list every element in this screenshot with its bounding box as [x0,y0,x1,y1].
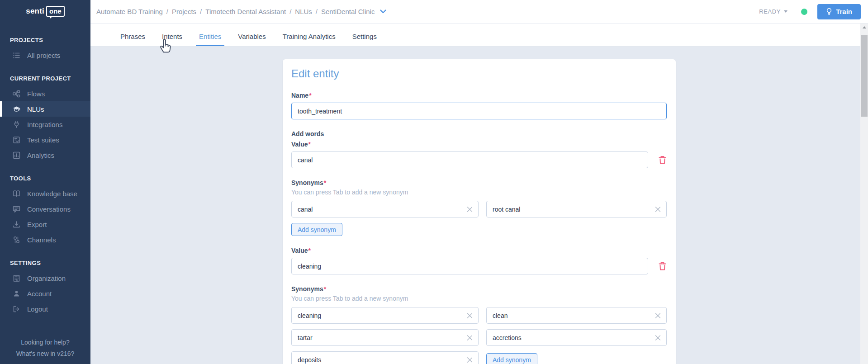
main-area: Automate BD Training/Projects/Timoteeth … [90,0,868,364]
sidebar-item-flows[interactable]: Flows [0,86,90,101]
logout-icon [12,305,21,313]
train-button[interactable]: Train [817,4,861,19]
add-synonym-button[interactable]: Add synonym [291,223,342,236]
person-icon [12,290,21,298]
value-row [291,258,667,274]
delete-value-button[interactable] [658,155,667,165]
sidebar-item-knowledge-base[interactable]: Knowledge base [0,186,90,201]
sidebar-section-header: PROJECTS [0,37,90,43]
sidebar-item-export[interactable]: Export [0,217,90,232]
topbar-right: READY Train [759,4,861,19]
tab-intents[interactable]: Intents [161,33,183,46]
remove-synonym-button[interactable] [654,205,662,213]
list-icon [12,52,21,59]
sidebar-item-conversations[interactable]: Conversations [0,201,90,217]
remove-synonym-button[interactable] [466,356,474,364]
tab-entities[interactable]: Entities [198,33,222,46]
sidebar-item-analytics[interactable]: Analytics [0,147,90,163]
test-suites-icon [12,136,21,144]
sidebar-item-label: Conversations [27,205,71,213]
status-dot [801,9,807,15]
tab-training-analytics[interactable]: Training Analytics [282,33,337,46]
delete-value-button[interactable] [658,261,667,271]
scroll-up-button[interactable] [860,24,868,31]
sidebar-item-all-projects[interactable]: All projects [0,47,90,63]
synonym-input[interactable] [291,351,479,364]
breadcrumb-item[interactable]: NLUs [295,8,312,15]
close-icon [655,312,661,318]
download-icon [12,221,21,228]
sidebar-item-label: NLUs [27,105,44,113]
close-icon [467,335,473,340]
vertical-scrollbar[interactable] [860,24,868,364]
value-input[interactable] [291,258,648,274]
sidebar-section-header: CURRENT PROJECT [0,75,90,82]
flows-icon [12,90,21,98]
app-window: senti one PROJECTS All projects CURRENT … [0,0,868,364]
add-words-label: Add words [291,130,667,137]
caret-down-icon [784,10,787,13]
tab-settings[interactable]: Settings [351,33,378,46]
analytics-icon [12,151,21,159]
sidebar-item-organization[interactable]: Organization [0,270,90,286]
nlu-status-dropdown[interactable]: READY [759,8,787,15]
sidebar-item-label: Organization [27,274,66,282]
synonym-field [486,307,667,324]
remove-synonym-button[interactable] [466,334,474,341]
sidebar-section-projects: PROJECTS All projects [0,37,90,63]
synonyms-label: Synonyms* [291,179,667,186]
synonym-input[interactable] [291,201,479,217]
entity-value-entry: Value* Synonyms* You can press Tab to ad… [291,247,667,364]
synonyms-grid: Add synonym [291,201,667,236]
sidebar-item-nlus[interactable]: NLUs [0,101,90,117]
chevron-down-icon[interactable] [380,9,386,14]
synonym-input[interactable] [486,307,667,324]
chat-icon [12,205,21,213]
top-bar: Automate BD Training/Projects/Timoteeth … [90,0,868,24]
channels-icon [12,236,21,244]
tab-phrases[interactable]: Phrases [119,33,146,46]
help-link[interactable]: Looking for help? [0,337,90,348]
sidebar-item-test-suites[interactable]: Test suites [0,132,90,147]
synonym-input[interactable] [486,201,667,217]
breadcrumb-item[interactable]: Projects [172,8,196,15]
synonyms-label: Synonyms* [291,285,667,293]
synonym-field [291,329,479,346]
status-label: READY [759,8,781,15]
breadcrumb-item[interactable]: Timoteeth Dental Assistant [205,8,286,15]
trash-icon [658,261,667,271]
remove-synonym-button[interactable] [654,334,662,341]
sidebar-item-logout[interactable]: Logout [0,301,90,317]
required-marker: * [308,141,311,148]
remove-synonym-button[interactable] [654,312,662,319]
required-marker: * [309,92,311,99]
scrollbar-thumb[interactable] [861,35,868,117]
breadcrumb-separator: / [166,8,168,15]
synonyms-hint: You can press Tab to add a new synonym [291,189,667,196]
logo-text-one: one [46,6,65,17]
help-link[interactable]: What's new in v216? [0,348,90,359]
sidebar-item-channels[interactable]: Channels [0,232,90,247]
sidebar-section-header: SETTINGS [0,260,90,266]
synonym-input[interactable] [486,329,667,346]
tab-variables[interactable]: Variables [237,33,266,46]
breadcrumb-item[interactable]: SentiDental Clinic [321,8,375,15]
value-input[interactable] [291,151,648,168]
remove-synonym-button[interactable] [466,205,474,213]
breadcrumb-separator: / [316,8,318,15]
sidebar-item-integrations[interactable]: Integrations [0,117,90,132]
sidebar-item-label: Export [27,221,47,228]
entity-name-input[interactable] [291,103,667,119]
close-icon [467,206,473,212]
synonym-input[interactable] [291,307,479,324]
add-synonym-button[interactable]: Add synonym [486,353,537,364]
synonyms-grid: Add synonym [291,307,667,364]
breadcrumb-item[interactable]: Automate BD Training [96,8,163,15]
sidebar-item-account[interactable]: Account [0,286,90,301]
close-icon [655,206,661,212]
sidebar-nav: PROJECTS All projects CURRENT PROJECT Fl… [0,23,90,317]
synonym-input[interactable] [291,329,479,346]
graduation-cap-icon [12,105,21,113]
sentione-logo[interactable]: senti one [0,0,90,23]
remove-synonym-button[interactable] [466,312,474,319]
